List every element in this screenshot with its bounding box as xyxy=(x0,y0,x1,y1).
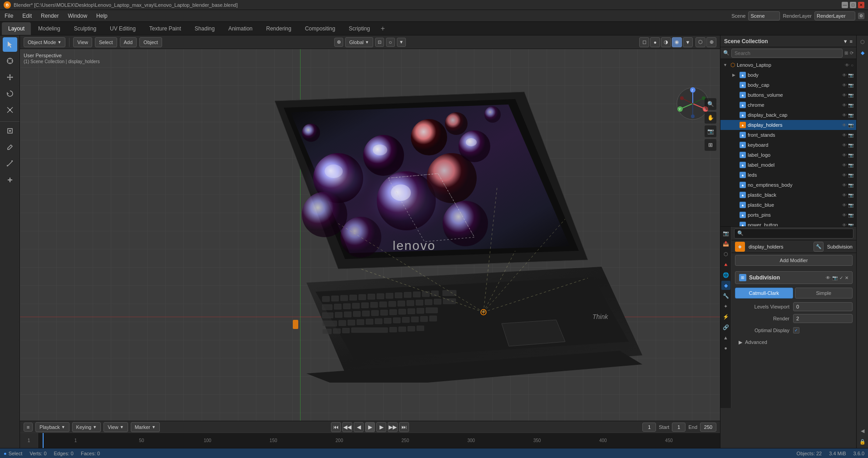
outliner-list[interactable]: ▼ ⬡ Lenovo_Laptop 👁 ○ ▶ ▲ body 👁 xyxy=(720,59,856,226)
cam-icon[interactable]: 📷 xyxy=(848,103,853,108)
prev-frame-button[interactable]: ◀ xyxy=(354,422,364,432)
tab-modeling[interactable]: Modeling xyxy=(32,22,67,35)
material-props-icon[interactable]: ● xyxy=(721,344,730,353)
outliner-search-input[interactable] xyxy=(731,49,843,58)
scene-dropdown[interactable]: Scene xyxy=(748,11,780,20)
cam-icon[interactable]: 📷 xyxy=(848,153,853,158)
maximize-button[interactable]: □ xyxy=(850,2,856,8)
viewport-shading-options[interactable]: ▼ xyxy=(683,37,693,47)
view-layer-props-icon[interactable]: ⬡ xyxy=(721,249,730,259)
simple-button[interactable]: Simple xyxy=(795,288,853,299)
minimize-button[interactable]: — xyxy=(842,2,848,8)
vis-icon[interactable]: 👁 xyxy=(842,93,847,98)
vis-icon[interactable]: 👁 xyxy=(842,73,847,78)
modifier-show-viewport-icon[interactable]: 👁 xyxy=(826,275,830,280)
cam-icon[interactable]: 📷 xyxy=(848,73,853,78)
tab-texture-paint[interactable]: Texture Paint xyxy=(143,22,187,35)
sidebar-scale-tool[interactable] xyxy=(3,103,17,117)
object-menu-button[interactable]: Object xyxy=(139,37,162,47)
render-props-icon[interactable]: 📷 xyxy=(721,229,730,238)
outliner-item-plastic-black[interactable]: ▲ plastic_black 👁 📷 xyxy=(720,190,856,200)
sidebar-rotate-tool[interactable] xyxy=(3,86,17,101)
modifier-props-icon[interactable]: 🔧 xyxy=(721,291,730,300)
vis-icon[interactable]: 👁 xyxy=(842,223,847,227)
scene-props-icon[interactable]: 🔺 xyxy=(721,260,730,269)
timeline-menu-icon[interactable]: ≡ xyxy=(24,423,33,432)
playback-dropdown[interactable]: Playback ▼ xyxy=(35,422,69,432)
viewport-shading-wireframe[interactable]: ◻ xyxy=(639,37,649,47)
outliner-item-power-button[interactable]: ▲ power_button 👁 📷 xyxy=(720,220,856,226)
marker-dropdown[interactable]: Marker ▼ xyxy=(131,422,160,432)
menu-help[interactable]: Help xyxy=(92,10,112,21)
sidebar-select-tool[interactable] xyxy=(3,37,17,52)
outliner-item-plastic-blue[interactable]: ▲ plastic_blue 👁 📷 xyxy=(720,200,856,210)
levels-viewport-input[interactable]: 0 xyxy=(793,302,853,311)
next-frame-button[interactable]: ▶ xyxy=(376,422,386,432)
zoom-in-icon[interactable]: 🔍 xyxy=(705,98,716,110)
view-dropdown[interactable]: View ▼ xyxy=(104,422,128,432)
object-mode-dropdown[interactable]: Object Mode ▼ xyxy=(24,37,65,47)
outliner-type-icon[interactable]: ⬡ xyxy=(858,37,867,46)
vis-icon[interactable]: 👁 xyxy=(842,133,847,138)
viewport-3d[interactable]: User Perspective (1) Scene Collection | … xyxy=(20,49,720,421)
renderlayer-dropdown[interactable]: RenderLayer xyxy=(814,11,855,20)
options-button[interactable]: ⚙ xyxy=(858,13,864,19)
outliner-item-body[interactable]: ▶ ▲ body 👁 📷 xyxy=(720,70,856,80)
vis-icon[interactable]: 👁 xyxy=(842,123,847,128)
outliner-item-body-cap[interactable]: ▲ body_cap 👁 📷 xyxy=(720,80,856,90)
properties-type-icon[interactable]: ◆ xyxy=(858,48,867,57)
advanced-toggle[interactable]: ▶ Advanced xyxy=(735,337,853,348)
data-props-icon[interactable]: ▲ xyxy=(721,333,730,342)
timeline-playhead[interactable] xyxy=(43,433,44,448)
transform-orientation-dropdown[interactable]: Global ▼ xyxy=(345,37,373,47)
camera-view-icon[interactable]: 📷 xyxy=(705,125,716,137)
add-modifier-button[interactable]: Add Modifier xyxy=(735,255,853,266)
sidebar-measure-tool[interactable] xyxy=(3,156,17,171)
sidebar-transform-tool[interactable] xyxy=(3,124,17,138)
exclude-icon[interactable]: ○ xyxy=(851,63,853,68)
outliner-item-display-back-cap[interactable]: ▲ display_back_cap 👁 📷 xyxy=(720,110,856,120)
vis-icon[interactable]: 👁 xyxy=(842,203,847,208)
cam-icon[interactable]: 📷 xyxy=(848,133,853,138)
tab-compositing[interactable]: Compositing xyxy=(299,22,342,35)
add-workspace-tab-button[interactable]: + xyxy=(377,23,388,34)
menu-file[interactable]: File xyxy=(0,10,18,21)
grid-view-icon[interactable]: ⊞ xyxy=(705,139,716,151)
vis-icon[interactable]: 👁 xyxy=(842,153,847,158)
filter-toggle-icon[interactable]: ⊞ xyxy=(844,50,848,55)
keying-dropdown[interactable]: Keying ▼ xyxy=(72,422,101,432)
proportional-edit-icon[interactable]: ○ xyxy=(386,38,395,47)
prev-keyframe-button[interactable]: ◀◀ xyxy=(342,422,352,432)
outliner-item-no-emptiness[interactable]: ▲ no_emptiness_body 👁 📷 xyxy=(720,180,856,190)
proportional-type-icon[interactable]: ▼ xyxy=(397,38,406,47)
outliner-item-ports-pins[interactable]: ▲ ports_pins 👁 📷 xyxy=(720,210,856,220)
tab-uv-editing[interactable]: UV Editing xyxy=(104,22,142,35)
viewport-shading-material[interactable]: ◑ xyxy=(661,37,671,47)
close-button[interactable]: ✕ xyxy=(858,2,864,8)
particles-props-icon[interactable]: ✦ xyxy=(721,302,730,311)
current-frame-input[interactable]: 1 xyxy=(642,423,656,432)
vis-icon[interactable]: 👁 xyxy=(842,173,847,178)
cam-icon[interactable]: 📷 xyxy=(848,83,853,88)
menu-window[interactable]: Window xyxy=(63,10,92,21)
physics-props-icon[interactable]: ⚡ xyxy=(721,312,730,321)
outliner-item-keyboard[interactable]: ▲ keyboard 👁 📷 xyxy=(720,140,856,150)
next-keyframe-button[interactable]: ▶▶ xyxy=(388,422,398,432)
cam-icon[interactable]: 📷 xyxy=(848,163,853,168)
vis-icon[interactable]: 👁 xyxy=(842,183,847,188)
panel-toggle-icon[interactable]: ◀ xyxy=(858,426,867,435)
outliner-item-label-model[interactable]: ▲ label_model 👁 📷 xyxy=(720,160,856,170)
vis-icon[interactable]: 👁 xyxy=(842,213,847,218)
modifier-delete-icon[interactable]: ✕ xyxy=(845,275,848,280)
play-button[interactable]: ▶ xyxy=(365,422,375,432)
panel-lock-icon[interactable]: 🔒 xyxy=(858,437,867,446)
start-frame-input[interactable]: 1 xyxy=(672,423,686,432)
menu-render[interactable]: Render xyxy=(36,10,63,21)
sync-icon[interactable]: ⟳ xyxy=(850,50,853,55)
view-menu-button[interactable]: View xyxy=(73,37,92,47)
cam-icon[interactable]: 📷 xyxy=(848,183,853,188)
tab-scripting[interactable]: Scripting xyxy=(342,22,376,35)
sidebar-annotate-tool[interactable] xyxy=(3,140,17,154)
tab-rendering[interactable]: Rendering xyxy=(260,22,297,35)
outliner-item-root[interactable]: ▼ ⬡ Lenovo_Laptop 👁 ○ xyxy=(720,60,856,70)
